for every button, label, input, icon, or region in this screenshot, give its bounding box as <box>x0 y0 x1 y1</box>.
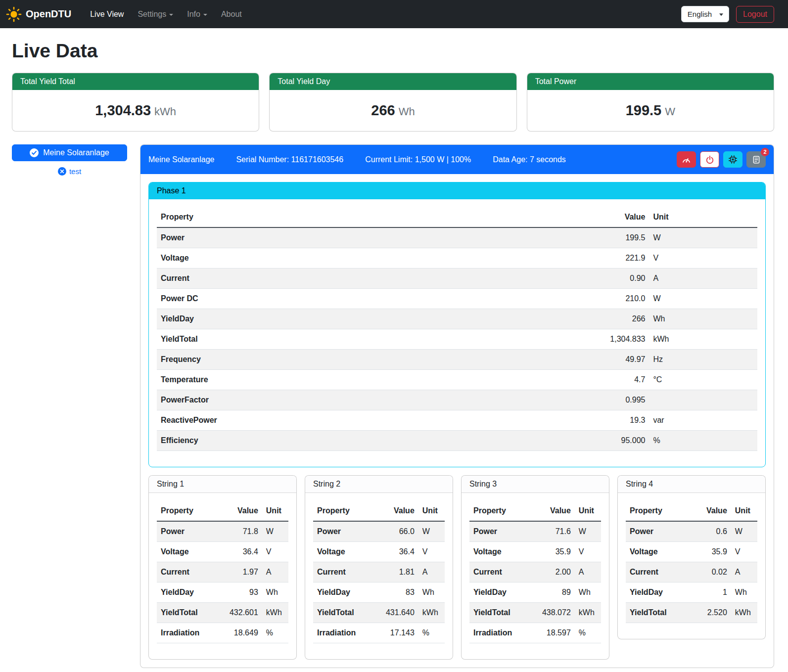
caret-down-icon <box>169 14 173 16</box>
table-row: Voltage35.9V <box>469 542 601 562</box>
table-row: Current0.02A <box>626 562 757 582</box>
language-value: English <box>688 10 712 18</box>
column-header-value: Value <box>541 207 649 227</box>
table-header-row: Property Value Unit <box>157 501 288 521</box>
table-row: PowerFactor0.995 <box>157 390 757 410</box>
speedometer-icon <box>682 155 691 164</box>
inverter-current-limit: Current Limit: 1,500 W | 100% <box>365 155 471 164</box>
inverter-actions: 2 <box>677 151 766 168</box>
navbar-right: English Logout <box>681 6 774 23</box>
table-row: Power71.6W <box>469 521 601 542</box>
string-table: Property Value Unit Power71.8W Voltage36… <box>157 501 288 643</box>
table-row: Irradiation18.597% <box>469 623 601 643</box>
brand-label: OpenDTU <box>26 8 71 20</box>
summary-row: Total Yield Total 1,304.83kWh Total Yiel… <box>12 73 774 132</box>
logout-button[interactable]: Logout <box>736 6 774 23</box>
summary-card-total-yield-day: Total Yield Day 266Wh <box>269 73 516 132</box>
summary-card-value: 266 <box>371 102 395 118</box>
cpu-icon <box>728 155 738 164</box>
table-row: YieldTotal2.520kWh <box>626 603 757 623</box>
string-table: Property Value Unit Power71.6W Voltage35… <box>469 501 601 643</box>
summary-card-value: 199.5 <box>626 102 662 118</box>
string-card-2: String 2 Property Value Unit <box>305 475 453 660</box>
journal-icon <box>752 155 761 164</box>
string-table: Property Value Unit Power66.0W Voltage36… <box>313 501 445 643</box>
table-row: Voltage36.4V <box>313 542 445 562</box>
phase-table: Property Value Unit Power199.5W Voltage2… <box>157 207 757 451</box>
summary-card-unit: Wh <box>399 105 415 118</box>
table-row: Power71.8W <box>157 521 288 542</box>
table-row: YieldTotal432.601kWh <box>157 603 288 623</box>
inverter-select-label: Meine Solaranlage <box>43 148 109 157</box>
table-row: Frequency49.97Hz <box>157 350 757 370</box>
phase-card: Phase 1 Property Value Unit <box>148 182 766 467</box>
inverter-name: Meine Solaranlage <box>148 155 214 164</box>
nav-links: Live View Settings Info About <box>83 6 249 23</box>
power-icon <box>705 155 714 164</box>
x-circle-icon <box>58 167 66 176</box>
table-row: Irradiation18.649% <box>157 623 288 643</box>
table-row: YieldTotal438.072kWh <box>469 603 601 623</box>
string-card-4: String 4 Property Value Unit <box>617 475 766 639</box>
table-row: YieldTotal1,304.833kWh <box>157 329 757 350</box>
string-card-title: String 1 <box>149 476 296 493</box>
page-title: Live Data <box>12 40 774 62</box>
nav-item-live-view[interactable]: Live View <box>83 6 131 23</box>
table-row: ReactivePower19.3var <box>157 410 757 431</box>
inverter-panel: Meine Solaranlage Serial Number: 1161716… <box>140 144 774 668</box>
table-header-row: Property Value Unit <box>469 501 601 521</box>
brand-link[interactable]: OpenDTU <box>6 6 71 22</box>
table-header-row: Property Value Unit <box>626 501 757 521</box>
inverter-select-button[interactable]: Meine Solaranlage <box>12 144 127 161</box>
table-row: Irradiation17.143% <box>313 623 445 643</box>
table-row: YieldDay266Wh <box>157 309 757 329</box>
summary-card-unit: kWh <box>154 105 176 118</box>
table-row: Efficiency95.000% <box>157 431 757 451</box>
language-select[interactable]: English <box>681 6 729 22</box>
sidebar-item-test[interactable]: test <box>58 167 81 176</box>
check-circle-icon <box>30 148 39 157</box>
summary-card-title: Total Yield Total <box>12 73 259 90</box>
inverter-serial: Serial Number: 116171603546 <box>236 155 343 164</box>
table-row: YieldDay83Wh <box>313 582 445 603</box>
table-row: Voltage35.9V <box>626 542 757 562</box>
summary-card-value: 1,304.83 <box>95 102 151 118</box>
power-button[interactable] <box>700 151 719 168</box>
event-log-button[interactable]: 2 <box>746 151 766 168</box>
summary-card-unit: W <box>665 105 675 118</box>
table-row: Voltage221.9V <box>157 248 757 269</box>
table-row: Current0.90A <box>157 269 757 289</box>
sun-icon <box>6 6 22 22</box>
inverter-sidebar: Meine Solaranlage test <box>12 144 127 176</box>
table-row: YieldDay1Wh <box>626 582 757 603</box>
string-card-title: String 3 <box>462 476 609 493</box>
limit-settings-button[interactable] <box>677 151 696 168</box>
table-header-row: Property Value Unit <box>313 501 445 521</box>
string-table: Property Value Unit Power0.6W Voltage35.… <box>626 501 757 623</box>
string-card-1: String 1 Property Value Unit <box>148 475 297 660</box>
nav-item-settings[interactable]: Settings <box>131 6 180 23</box>
table-header-row: Property Value Unit <box>157 207 757 227</box>
phase-card-title: Phase 1 <box>149 182 765 199</box>
table-row: Current1.81A <box>313 562 445 582</box>
device-info-button[interactable] <box>723 151 742 168</box>
nav-item-about[interactable]: About <box>214 6 249 23</box>
inverter-panel-header: Meine Solaranlage Serial Number: 1161716… <box>140 145 774 174</box>
table-row: YieldDay93Wh <box>157 582 288 603</box>
navbar: OpenDTU Live View Settings Info About En… <box>0 0 788 28</box>
table-row: Power66.0W <box>313 521 445 542</box>
strings-row: String 1 Property Value Unit <box>148 475 766 660</box>
table-row: Power199.5W <box>157 227 757 248</box>
chevron-down-icon <box>719 13 723 16</box>
string-card-3: String 3 Property Value Unit <box>461 475 609 660</box>
nav-item-info[interactable]: Info <box>180 6 214 23</box>
summary-card-total-yield-total: Total Yield Total 1,304.83kWh <box>12 73 259 132</box>
event-count-badge: 2 <box>761 148 769 156</box>
table-row: Temperature4.7°C <box>157 370 757 390</box>
sidebar-item-label: test <box>69 167 81 176</box>
table-row: Current2.00A <box>469 562 601 582</box>
table-row: YieldTotal431.640kWh <box>313 603 445 623</box>
inverter-data-age: Data Age: 7 seconds <box>493 155 566 164</box>
column-header-property: Property <box>157 207 541 227</box>
string-card-title: String 4 <box>618 476 765 493</box>
